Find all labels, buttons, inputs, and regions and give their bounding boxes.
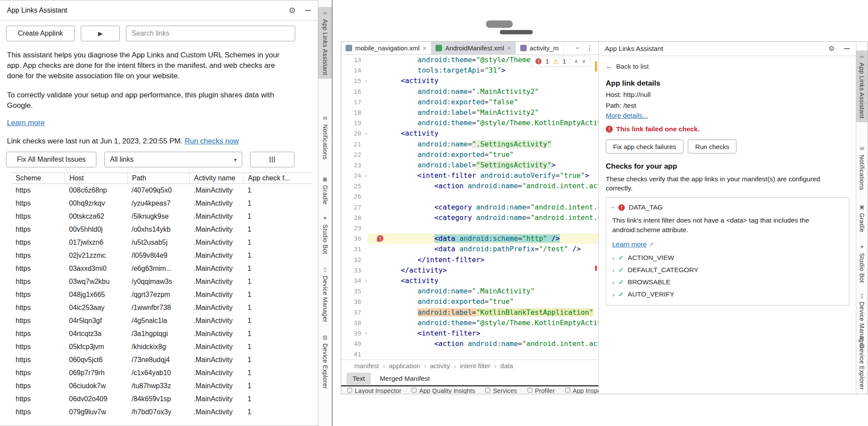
learn-more-link[interactable]: Learn more <box>7 119 45 127</box>
table-row[interactable]: https05kfcp3jvm/khidckix8g.MainActivity1 <box>11 340 313 353</box>
sidebar-item-studio-bot[interactable]: ✦Studio Bot <box>856 241 868 286</box>
code-line[interactable]: 17android:exported="false" <box>341 97 598 107</box>
fold-icon[interactable]: › <box>365 76 368 86</box>
sidebar-item-device-manager[interactable]: ▯Device Manager <box>318 263 332 326</box>
table-row[interactable]: https00hq9zrkqv/yzu4kpeas7.MainActivity1 <box>11 197 313 210</box>
code-line[interactable]: 22android:exported="true" <box>341 150 598 160</box>
code-line[interactable]: 27<category android:name="android.intent… <box>341 202 598 213</box>
code-line[interactable]: 38android:theme="@style/Theme.KotlinEmpt… <box>341 318 598 328</box>
code-line[interactable]: 30<data android:scheme="http" />! <box>341 233 598 244</box>
table-row[interactable]: https00tskcza62/5lknugk9se.MainActivity1 <box>11 210 313 223</box>
more-details-link[interactable]: More details... <box>606 112 648 120</box>
table-row[interactable]: https017jwlxzn6/u5t2usab5j.MainActivity1 <box>11 236 313 249</box>
check-row-action-view[interactable]: ›✓ACTION_VIEW <box>612 254 843 262</box>
hide-icon[interactable] <box>844 48 850 49</box>
code-line[interactable]: 34<activity› <box>341 276 598 286</box>
bottom-bar-item-services[interactable]: Services <box>485 386 517 394</box>
table-row[interactable]: https00v5hhld0j/o0xhs14ykb.MainActivity1 <box>11 223 313 236</box>
editor-tab-activity-m[interactable]: activity_m <box>516 42 564 54</box>
bottom-bar-item-app-quality-insights[interactable]: App Quality Insights <box>412 386 475 394</box>
sidebar-item-studio-bot[interactable]: ✦Studio Bot <box>318 212 332 258</box>
sidebar-item-app-links-assistant[interactable]: ∞App Links Assistant <box>856 50 868 122</box>
column-filter-button[interactable] <box>250 152 294 167</box>
code-line[interactable]: 19android:theme="@style/Theme.KotlinEmpt… <box>341 118 598 128</box>
fix-app-check-failures-button[interactable]: Fix app check failures <box>606 140 683 153</box>
code-line[interactable]: 41 <box>341 349 598 359</box>
sidebar-item-gradle[interactable]: ▣Gradle <box>856 201 868 236</box>
code-line[interactable]: 36android:exported="true" <box>341 296 598 307</box>
warning-stripe-mark[interactable] <box>595 61 597 72</box>
table-row[interactable]: https03axxd3mi0/e6g63mim....MainActivity… <box>11 262 313 275</box>
code-editor[interactable]: 13android:theme="@style/Theme.KotlinEmp1… <box>341 55 598 359</box>
links-filter-dropdown[interactable]: All links ▾ <box>104 152 242 167</box>
breadcrumb-item-intent-filter[interactable]: intent-filter <box>460 362 490 369</box>
column-header[interactable]: Scheme <box>11 173 65 183</box>
code-line[interactable]: 39<intent-filter>› <box>341 328 598 339</box>
code-line[interactable]: 28<category android:name="android.intent… <box>341 213 598 223</box>
editor-tab-androidmanifest-xml[interactable]: AndroidManifest.xml× <box>431 42 516 54</box>
settings-gear-icon[interactable]: ⚙ <box>289 7 296 14</box>
settings-gear-icon[interactable]: ⚙ <box>828 45 835 52</box>
check-row-auto-verify[interactable]: ›✓AUTO_VERIFY <box>612 290 843 298</box>
hidden-tabs-icon[interactable]: › <box>574 47 582 49</box>
back-to-list-link[interactable]: ← Back to list <box>606 63 649 70</box>
learn-more-link[interactable]: Learn more <box>612 240 647 248</box>
code-line[interactable]: 32</intent-filter> <box>341 255 598 265</box>
table-row[interactable]: https04rtcqtz3a/3a1hgptqgi.MainActivity1 <box>11 327 313 340</box>
fold-icon[interactable]: › <box>365 128 368 139</box>
column-header[interactable]: Host <box>65 173 127 183</box>
close-icon[interactable]: × <box>422 45 426 51</box>
run-checks-button[interactable]: Run checks <box>688 140 736 153</box>
code-line[interactable]: 23android:label="SettingsActivity"> <box>341 160 598 170</box>
code-line[interactable]: 40<action android:name="android.intent.a… <box>341 339 598 349</box>
code-line[interactable]: 18android:label="MainActivity2" <box>341 107 598 118</box>
table-row[interactable]: https04r5lqn3gf/4g5nalc1la.MainActivity1 <box>11 314 313 327</box>
create-applink-button[interactable]: Create Applink <box>6 26 75 41</box>
table-row[interactable]: https079g9luv7w/h7bd07ox3y.MainActivity1 <box>11 406 313 419</box>
sidebar-item-gradle[interactable]: ▣Gradle <box>318 173 332 208</box>
code-line[interactable]: 29 <box>341 223 598 233</box>
table-row[interactable]: https03wq7w2kbu/y0qqimaw3s.MainActivity1 <box>11 275 313 288</box>
sidebar-item-notifications[interactable]: ✉Notifications <box>318 112 332 163</box>
check-row-default-category[interactable]: ›✓DEFAULT_CATEGORY <box>612 266 843 274</box>
run-checks-now-link[interactable]: Run checks now <box>185 137 239 145</box>
code-line[interactable]: 33</activity> <box>341 265 598 276</box>
table-row[interactable]: https008c6z68np/407e09q5x0.MainActivity1 <box>11 184 313 197</box>
more-options-icon[interactable]: ⋮ <box>586 44 593 52</box>
table-row[interactable]: https06dv02o409/84k659v1sp.MainActivity1 <box>11 393 313 406</box>
next-issue-icon[interactable]: ∨ <box>582 58 586 64</box>
sidebar-item-app-links-assistant[interactable]: ∞App Links Assistant <box>318 7 332 79</box>
code-line[interactable]: 15<activity› <box>341 76 598 86</box>
column-header[interactable]: Path <box>127 173 189 183</box>
fold-icon[interactable]: › <box>365 276 368 286</box>
code-line[interactable]: 26 <box>341 191 598 202</box>
code-line[interactable]: 35android:name=".MainActivity" <box>341 286 598 296</box>
sidebar-item-device-explorer[interactable]: ▤Device Explorer <box>856 332 868 393</box>
search-links-input[interactable] <box>126 26 295 41</box>
check-row-data-tag[interactable]: › ! DATA_TAG <box>612 203 843 211</box>
bottom-bar-item-layout-inspector[interactable]: Layout Inspector <box>347 386 401 394</box>
bottom-bar-item-profiler[interactable]: Profiler <box>528 386 555 394</box>
code-line[interactable]: 25<action android:name="android.intent.a… <box>341 181 598 191</box>
error-stripe-mark[interactable] <box>595 266 597 271</box>
sidebar-item-device-explorer[interactable]: ▤Device Explorer <box>318 331 332 393</box>
code-line[interactable]: 24<intent-filter android:autoVerify="tru… <box>341 170 598 181</box>
close-icon[interactable]: × <box>507 45 511 51</box>
table-row[interactable]: https048jg1x665/qgrt37ezpm.MainActivity1 <box>11 288 313 301</box>
column-header[interactable]: App check f... <box>243 173 308 183</box>
column-header[interactable]: Activity name <box>189 173 243 183</box>
code-line[interactable]: 16android:name=".MainActivity2" <box>341 87 598 97</box>
bottom-bar-item-app-inspection[interactable]: App Inspection <box>565 386 598 394</box>
hide-icon[interactable] <box>305 10 311 11</box>
editor-mode-tab-merged-manifest[interactable]: Merged Manifest <box>373 373 436 385</box>
fold-icon[interactable]: › <box>365 328 368 339</box>
breadcrumb-item-application[interactable]: application <box>389 362 420 369</box>
table-row[interactable]: https02jv21zzmc/l059v8t4e9.MainActivity1 <box>11 249 313 262</box>
fix-all-manifest-issues-button[interactable]: Fix All Manifest Issues <box>6 152 96 167</box>
code-line[interactable]: 21android:name=".SettingsActivity" <box>341 139 598 150</box>
editor-tab-mobile-navigation-xml[interactable]: mobile_navigation.xml× <box>341 42 431 54</box>
table-row[interactable]: https060qv5jct6/73ne8udqj4.MainActivity1 <box>11 353 313 366</box>
code-line[interactable]: 31<data android:pathPrefix="/test" /> <box>341 244 598 254</box>
previous-issue-icon[interactable]: ∧ <box>574 58 578 64</box>
code-line[interactable]: 37android:label="KotlinBlankTestApplicat… <box>341 307 598 318</box>
